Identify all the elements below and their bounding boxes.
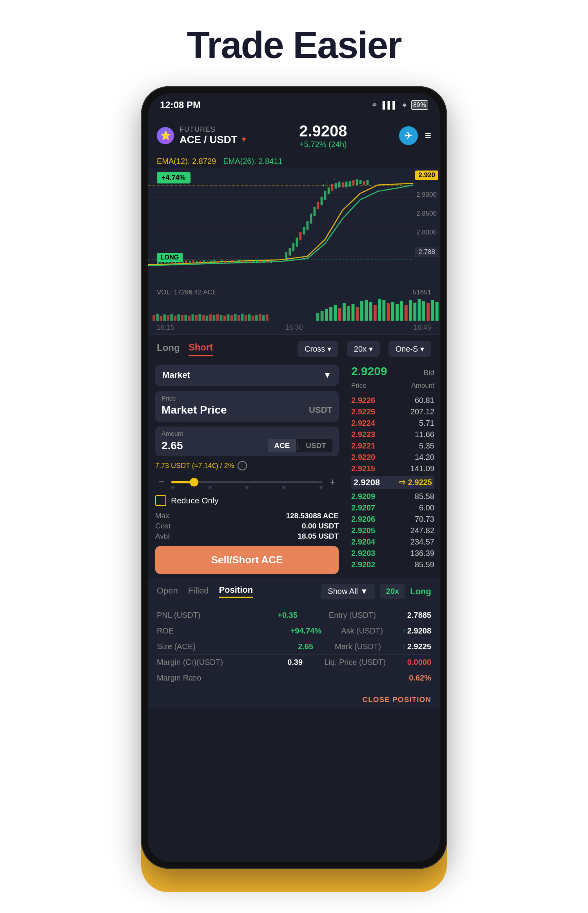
long-badge: Long	[410, 586, 431, 597]
svg-rect-63	[363, 181, 365, 185]
status-time: 12:08 PM	[160, 100, 201, 111]
svg-rect-69	[156, 314, 159, 321]
svg-rect-84	[209, 314, 212, 321]
svg-rect-25	[217, 261, 219, 263]
chart-price-top: 2.920	[415, 171, 438, 180]
svg-rect-88	[223, 316, 226, 321]
amount-slider[interactable]: − +	[155, 474, 339, 490]
bid-price: 2.9209	[351, 365, 387, 378]
svg-rect-18	[192, 260, 194, 263]
svg-rect-24	[214, 260, 216, 263]
svg-rect-100	[266, 314, 269, 321]
current-price: 2.9208	[299, 122, 347, 140]
svg-rect-79	[191, 314, 194, 321]
svg-rect-108	[347, 306, 350, 321]
svg-rect-30	[235, 261, 237, 263]
currency-toggle: ACE | USDT	[268, 439, 332, 452]
time-label-1: 16:15	[157, 323, 174, 332]
price-chart[interactable]: +4.74% LONG 2.920 2.9000 2.8500 2.8000 2…	[148, 168, 440, 286]
roe-value: +94.74%	[290, 626, 322, 635]
volume-value: 51651	[413, 289, 431, 296]
sell-short-button[interactable]: Sell/Short ACE	[155, 546, 339, 574]
svg-rect-112	[365, 300, 368, 321]
entry-label: Entry (USDT)	[329, 611, 376, 620]
ask-arrow-icon: ↑	[403, 628, 406, 635]
tab-filled[interactable]: Filled	[188, 586, 209, 597]
order-type-label: Market	[162, 370, 190, 380]
svg-rect-119	[396, 304, 399, 321]
svg-rect-107	[343, 303, 346, 321]
price-label: Price	[162, 395, 332, 402]
orderbook-header: Price Amount	[351, 382, 434, 392]
svg-rect-106	[338, 308, 341, 321]
svg-rect-33	[245, 260, 247, 263]
amount-input-group[interactable]: Amount 2.65 ACE | USDT	[155, 427, 339, 456]
margin-label: Margin (Cr)(USDT)	[157, 658, 223, 667]
slider-minus-icon[interactable]: −	[155, 474, 167, 490]
usdt-btn[interactable]: USDT	[299, 439, 332, 452]
svg-rect-93	[241, 314, 244, 321]
svg-rect-54	[331, 184, 334, 191]
avbl-row: Avbl 18.05 USDT	[155, 532, 339, 541]
svg-rect-16	[185, 260, 187, 263]
svg-rect-103	[325, 309, 328, 321]
svg-rect-29	[231, 260, 233, 263]
slider-plus-icon[interactable]: +	[327, 474, 339, 490]
svg-rect-124	[418, 299, 421, 321]
leverage-dropdown[interactable]: 20x ▾	[347, 341, 380, 357]
volume-label: VOL: 17296.42 ACE	[157, 289, 217, 296]
svg-rect-126	[426, 303, 430, 321]
price-input-group[interactable]: Price Market Price USDT	[155, 391, 339, 422]
svg-rect-23	[210, 261, 212, 263]
bid-row: 2.9202 85.59	[351, 559, 434, 570]
margin-ratio-row: Margin Ratio 0.62%	[157, 670, 431, 686]
reduce-only-checkbox[interactable]	[155, 495, 166, 506]
time-axis: 16:15 16:30 16:45	[148, 321, 440, 335]
ace-btn[interactable]: ACE	[268, 439, 296, 452]
tab-position[interactable]: Position	[219, 585, 253, 598]
mode-dropdown[interactable]: One-S ▾	[388, 341, 431, 357]
order-type-dropdown[interactable]: Market ▼	[155, 365, 339, 386]
leverage-value: 7.73 USDT (≈7.14€) / 2%	[155, 462, 234, 470]
ask-row: 2.9226 60.81	[351, 395, 434, 406]
bid-row: 2.9206 70.73	[351, 514, 434, 525]
tab-short[interactable]: Short	[189, 342, 213, 356]
close-position-area: Close Position	[148, 692, 440, 708]
bid-row: 2.9207 6.00	[351, 502, 434, 514]
svg-rect-45	[299, 232, 302, 240]
ask-value: 2.9208	[407, 626, 431, 635]
volume-mini-chart	[148, 297, 440, 321]
svg-rect-36	[256, 260, 258, 263]
phone-screen: 12:08 PM ⚭ ▌▌▌ ⌖ 89% ⭐ FUTURES ACE / USD…	[148, 93, 440, 862]
close-position-button[interactable]: Close Position	[362, 695, 431, 704]
tab-open[interactable]: Open	[157, 586, 178, 597]
info-icon[interactable]: i	[238, 461, 247, 470]
mid-price-row: 2.9208 ⇨ 2.9225	[351, 476, 434, 489]
tab-long[interactable]: Long	[157, 342, 180, 356]
mark-value: 2.9225	[407, 642, 431, 651]
svg-rect-56	[338, 182, 341, 187]
trade-area: Market ▼ Price Market Price USDT Amount …	[148, 361, 440, 578]
ob-price-header: Price	[351, 382, 367, 390]
svg-rect-91	[234, 314, 237, 321]
svg-rect-122	[409, 300, 412, 321]
reduce-only-label: Reduce Only	[171, 496, 218, 505]
svg-rect-113	[369, 302, 372, 321]
svg-rect-123	[413, 303, 416, 321]
slider-track[interactable]	[171, 481, 323, 483]
cross-dropdown[interactable]: Cross ▾	[298, 341, 338, 357]
svg-rect-97	[255, 315, 258, 321]
status-icons: ⚭ ▌▌▌ ⌖ 89%	[371, 100, 428, 110]
svg-rect-120	[400, 301, 403, 321]
svg-rect-31	[238, 260, 240, 263]
max-value: 128.53088 ACE	[286, 512, 339, 520]
telegram-button[interactable]: ✈	[399, 126, 418, 145]
menu-icon[interactable]: ≡	[425, 129, 431, 142]
liq-label: Liq. Price (USDT)	[324, 658, 386, 667]
svg-rect-42	[289, 248, 291, 256]
show-all-button[interactable]: Show All ▼	[321, 584, 375, 599]
bid-row: 2.9205 247.82	[351, 525, 434, 536]
wifi-icon: ⌖	[402, 101, 407, 110]
entry-value: 2.7885	[407, 611, 431, 620]
volume-bar: VOL: 17296.42 ACE 51651	[148, 286, 440, 297]
